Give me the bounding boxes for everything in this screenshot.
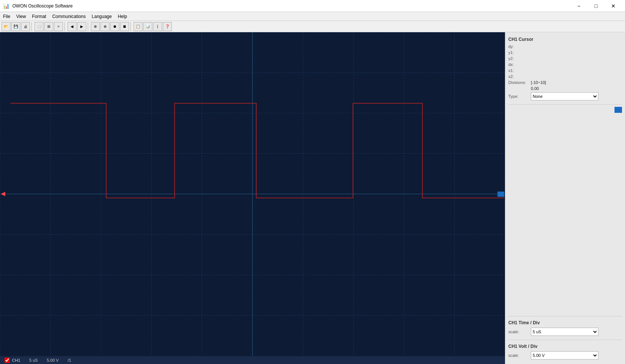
y1-label: y1: bbox=[508, 50, 531, 55]
divider-button[interactable]: | bbox=[153, 22, 162, 31]
time-scale-select[interactable]: 1 uS 2 uS 5 uS 10 uS 20 uS 50 uS 100 uS … bbox=[531, 328, 598, 336]
toolbar-sep-4 bbox=[131, 22, 132, 31]
volt-div-title: CH1 Volt / Div bbox=[508, 344, 622, 349]
clipboard-button[interactable]: 📋 bbox=[134, 22, 143, 31]
panel-spacer bbox=[508, 114, 622, 314]
time-scale-row: scale: 1 uS 2 uS 5 uS 10 uS 20 uS 50 uS … bbox=[508, 328, 622, 336]
oscilloscope-area: CH1 5 uS 5.00 V /1 bbox=[0, 32, 505, 364]
type-row: Type: None Horizontal Vertical Both bbox=[508, 92, 622, 100]
panel-divider-2 bbox=[508, 316, 622, 316]
menu-item-communications[interactable]: Communications bbox=[49, 13, 89, 20]
x2-label: x2: bbox=[508, 74, 531, 79]
panel-divider-1 bbox=[508, 104, 622, 105]
toolbar: 📂 💾 🖨 ⬜ ⊞ ≈ ◀ ▶ ⊕ ⊗ ⏺ ⏹ 📋 📊 | ❓ bbox=[0, 21, 625, 32]
title-bar-title: OWON Oscilloscope Software bbox=[12, 3, 73, 9]
grid-button[interactable]: ⬜ bbox=[35, 22, 44, 31]
vector-button[interactable]: ⊞ bbox=[44, 22, 53, 31]
x2-row: x2: bbox=[508, 74, 622, 79]
menu-item-language[interactable]: Language bbox=[89, 13, 115, 20]
offset-row: 0.00 bbox=[508, 86, 622, 91]
help-button[interactable]: ❓ bbox=[163, 22, 172, 31]
cursor-section: CH1 Cursor dy: y1: y2: dx: x1: bbox=[508, 35, 622, 102]
divisions-label: Divisions: bbox=[508, 80, 531, 85]
toolbar-sep-2 bbox=[65, 22, 66, 31]
open-button[interactable]: 📂 bbox=[2, 22, 11, 31]
volt-scale-select[interactable]: 1.00 V 2.00 V 5.00 V 10.00 V 20.00 V bbox=[531, 351, 598, 360]
dy-label: dy: bbox=[508, 44, 531, 49]
dy-row: dy: bbox=[508, 44, 622, 49]
divisions-value: [-10~10] bbox=[531, 80, 622, 85]
title-bar: 📊 OWON Oscilloscope Software − □ ✕ bbox=[0, 0, 625, 12]
prev-button[interactable]: ◀ bbox=[68, 22, 77, 31]
time-div-status: 5 uS bbox=[29, 358, 38, 363]
chart-button[interactable]: 📊 bbox=[143, 22, 152, 31]
y1-row: y1: bbox=[508, 50, 622, 55]
cursor-title: CH1 Cursor bbox=[508, 37, 622, 42]
toolbar-sep-3 bbox=[88, 22, 89, 31]
ch1-status: CH1 bbox=[5, 358, 20, 363]
zoom-out-button[interactable]: ⊗ bbox=[101, 22, 110, 31]
divisions-row: Divisions: [-10~10] bbox=[508, 80, 622, 85]
toolbar-sep-1 bbox=[32, 22, 33, 31]
type-label: Type: bbox=[508, 94, 531, 99]
close-button[interactable]: ✕ bbox=[605, 0, 622, 12]
app-icon: 📊 bbox=[3, 3, 9, 9]
minimize-button[interactable]: − bbox=[570, 0, 587, 12]
title-bar-left: 📊 OWON Oscilloscope Software bbox=[3, 3, 73, 9]
dx-label: dx: bbox=[508, 62, 531, 67]
next-button[interactable]: ▶ bbox=[77, 22, 86, 31]
ch1-checkbox[interactable] bbox=[5, 358, 10, 363]
waveform-canvas[interactable] bbox=[0, 32, 505, 356]
save-button[interactable]: 💾 bbox=[11, 22, 20, 31]
blue-indicator bbox=[614, 107, 622, 113]
dx-row: dx: bbox=[508, 62, 622, 67]
menu-item-help[interactable]: Help bbox=[115, 13, 130, 20]
oscilloscope-canvas bbox=[0, 32, 505, 356]
y2-row: y2: bbox=[508, 56, 622, 61]
print-button[interactable]: 🖨 bbox=[21, 22, 30, 31]
panel-divider-3 bbox=[508, 340, 622, 340]
menu-item-view[interactable]: View bbox=[13, 13, 29, 20]
x1-row: x1: bbox=[508, 68, 622, 73]
record-button[interactable]: ⏺ bbox=[110, 22, 119, 31]
ratio-status: /1 bbox=[68, 358, 71, 363]
time-div-section: CH1 Time / Div scale: 1 uS 2 uS 5 uS 10 … bbox=[508, 319, 622, 337]
title-bar-controls: − □ ✕ bbox=[570, 0, 622, 12]
x1-label: x1: bbox=[508, 68, 531, 73]
time-div-title: CH1 Time / Div bbox=[508, 320, 622, 325]
offset-value: 0.00 bbox=[531, 86, 622, 91]
main-area: CH1 5 uS 5.00 V /1 CH1 Cursor dy: y1: y2… bbox=[0, 32, 625, 364]
volt-scale-row: scale: 1.00 V 2.00 V 5.00 V 10.00 V 20.0… bbox=[508, 351, 622, 360]
y2-label: y2: bbox=[508, 56, 531, 61]
zoom-in-button[interactable]: ⊕ bbox=[91, 22, 100, 31]
timediv-indicator bbox=[497, 192, 504, 197]
ch1-label: CH1 bbox=[12, 358, 20, 363]
volt-div-status: 5.00 V bbox=[47, 358, 59, 363]
maximize-button[interactable]: □ bbox=[587, 0, 605, 12]
osc-status-bar: CH1 5 uS 5.00 V /1 bbox=[0, 356, 505, 364]
volt-scale-label: scale: bbox=[508, 353, 531, 358]
right-panel: CH1 Cursor dy: y1: y2: dx: x1: bbox=[505, 32, 625, 364]
menu-item-format[interactable]: Format bbox=[29, 13, 49, 20]
time-scale-label: scale: bbox=[508, 330, 531, 334]
menu-item-file[interactable]: File bbox=[0, 13, 13, 20]
volt-div-section: CH1 Volt / Div scale: 1.00 V 2.00 V 5.00… bbox=[508, 342, 622, 361]
stop-button[interactable]: ⏹ bbox=[120, 22, 129, 31]
cursor-type-select[interactable]: None Horizontal Vertical Both bbox=[531, 92, 598, 100]
dots-button[interactable]: ≈ bbox=[54, 22, 63, 31]
menu-bar: FileViewFormatCommunicationsLanguageHelp bbox=[0, 12, 625, 21]
